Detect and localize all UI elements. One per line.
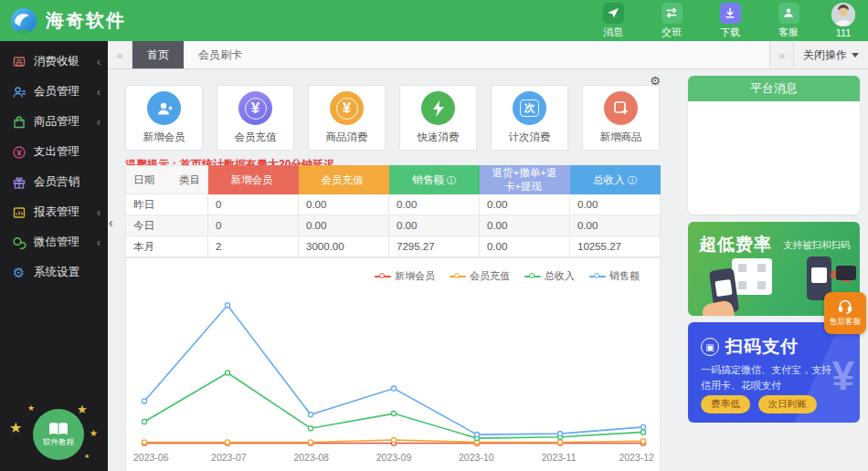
tabs-scroll-left[interactable]: «: [108, 41, 132, 68]
count-times-icon: 次: [513, 91, 546, 125]
chevron-left-icon: ‹: [97, 206, 101, 219]
quick-goods-consume-button[interactable]: ¥ 商品消费: [308, 85, 386, 151]
brand: 海奇软件: [9, 6, 126, 36]
quick-count-consume-button[interactable]: 次 计次消费: [491, 85, 568, 151]
table-row-today: 今日 0 0.00 0.00 0.00 0.00: [126, 215, 661, 236]
table-row-this-month: 本月 2 3000.00 7295.27 0.00 10255.27: [126, 236, 661, 257]
expense-icon: [11, 144, 26, 160]
user-account[interactable]: 111: [831, 3, 855, 38]
sidebar-item-members[interactable]: 会员管理 ‹: [0, 77, 108, 107]
table-cell: 0.00: [389, 215, 480, 236]
members-icon: [11, 84, 26, 99]
nav-shift-label: 交班: [662, 26, 682, 39]
x-axis-tick: 2023-11: [532, 452, 587, 463]
col-header-total-income: 总收入ⓘ: [570, 166, 661, 194]
app-window: 海奇软件 消息 交班: [0, 0, 868, 471]
legend-item[interactable]: 新增会员: [375, 269, 435, 283]
tab-bar: « 首页 会员刷卡 » 关闭操作: [108, 41, 868, 69]
table-cell: 0.00: [480, 215, 570, 236]
legend-label: 新增会员: [395, 269, 435, 283]
sidebar-item-expense[interactable]: 支出管理: [0, 137, 108, 167]
aftersale-support-button[interactable]: 售后客服: [824, 292, 866, 334]
row-period-cell: 今日: [126, 215, 208, 236]
tutorial-label: 软件教程: [43, 437, 74, 448]
info-icon[interactable]: ⓘ: [447, 175, 456, 185]
legend-marker-icon: [450, 273, 466, 280]
sidebar-item-label: 报表管理: [34, 204, 97, 220]
chart-x-axis: 2023-062023-072023-082023-092023-102023-…: [133, 452, 654, 463]
sidebar-item-wechat[interactable]: 微信管理 ‹: [0, 227, 108, 257]
x-axis-tick: 2023-06: [133, 452, 174, 463]
col-header-recharge: 会员充值: [299, 166, 389, 194]
sidebar-collapse-handle[interactable]: ‹: [109, 215, 113, 230]
row-period-cell: 本月: [126, 236, 208, 257]
x-axis-tick: 2023-09: [366, 452, 421, 463]
row-period-cell: 昨日: [126, 194, 208, 215]
legend-item[interactable]: 销售额: [589, 269, 640, 283]
chevron-left-icon: ‹: [97, 86, 101, 99]
chevron-left-icon: ‹: [97, 236, 101, 249]
table-cell: 3000.00: [299, 236, 389, 257]
table-cell: 0: [208, 194, 299, 215]
person-plus-icon: [147, 91, 181, 125]
star-decoration: ★: [90, 428, 98, 438]
legend-item[interactable]: 总收入: [524, 269, 575, 283]
low-rate-pill: 费率低: [701, 395, 750, 413]
right-panel: 平台消息 超低费率 支持被扫和扫码 ▣ 扫码支付 一码搞定微信、支付宝，支持信用…: [681, 69, 868, 471]
close-actions-dropdown[interactable]: 关闭操作: [794, 41, 868, 68]
trend-chart-card: 新增会员会员充值总收入销售额 2023-062023-072023-082023…: [125, 257, 661, 471]
quick-add-member-button[interactable]: 新增会员: [125, 85, 203, 151]
table-cell: 0.00: [480, 194, 570, 215]
tab-spacer: [257, 41, 769, 68]
legend-label: 销售额: [609, 269, 640, 283]
legend-marker-icon: [524, 273, 541, 280]
quick-action-label: 新增商品: [600, 131, 642, 144]
quick-action-label: 计次消费: [509, 131, 551, 144]
sidebar: 消费收银 ‹ 会员管理 ‹ 商品管理 ‹: [0, 41, 108, 471]
x-axis-tick: 2023-07: [201, 452, 256, 463]
line-chart[interactable]: [133, 289, 654, 449]
tab-home[interactable]: 首页: [132, 41, 184, 68]
rate-banner-subtitle: 支持被扫和扫码: [783, 239, 851, 252]
legend-item[interactable]: 会员充值: [450, 269, 510, 283]
legend-marker-icon: [375, 273, 391, 280]
table-row-yesterday: 昨日 0 0.00 0.00 0.00 0.00: [126, 194, 661, 215]
tabs-scroll-right[interactable]: »: [769, 41, 794, 68]
tab-member-swipe[interactable]: 会员刷卡: [184, 41, 257, 68]
quick-add-product-button[interactable]: 新增商品: [582, 85, 660, 151]
col-header-sales: 销售额ⓘ: [389, 166, 480, 194]
corner-category-label: 类目: [179, 173, 200, 187]
yen-watermark: ¥: [832, 353, 854, 399]
sidebar-item-settings[interactable]: ⚙ 系统设置: [0, 257, 108, 288]
sidebar-item-marketing[interactable]: 会员营销: [0, 167, 108, 197]
sidebar-item-label: 系统设置: [34, 265, 101, 280]
platform-messages-title: 平台消息: [688, 76, 860, 101]
scan-pay-banner[interactable]: ▣ 扫码支付 一码搞定微信、支付宝，支持信用卡、花呗支付 费率低 次日到账 ¥: [688, 322, 860, 423]
stats-table: 日期 类目 新增会员 会员充值 销售额ⓘ 退货+撤单+退卡+提现 总收入ⓘ 昨日…: [125, 165, 661, 257]
sidebar-item-goods[interactable]: 商品管理 ‹: [0, 107, 108, 137]
nav-support[interactable]: 客服: [773, 3, 804, 39]
chevron-left-icon: ‹: [97, 56, 101, 68]
table-cell: 0.00: [389, 194, 480, 215]
info-icon[interactable]: ⓘ: [628, 175, 637, 185]
table-cell: 2: [208, 236, 299, 257]
scanner-illustration: [836, 266, 856, 280]
nav-shift-change[interactable]: 交班: [656, 3, 687, 39]
nav-messages[interactable]: 消息: [598, 3, 629, 39]
sidebar-item-reports[interactable]: 报表管理 ‹: [0, 197, 108, 227]
top-header: 海奇软件 消息 交班: [0, 0, 868, 41]
table-cell: 7295.27: [389, 236, 480, 257]
quick-member-recharge-button[interactable]: ¥ 会员充值: [217, 85, 294, 151]
table-cell: 0.00: [480, 236, 570, 257]
download-icon: [720, 3, 741, 24]
table-cell: 0.00: [299, 194, 389, 215]
aftersale-label: 售后客服: [830, 317, 861, 328]
nav-download[interactable]: 下载: [715, 3, 746, 39]
quick-action-label: 商品消费: [326, 131, 368, 144]
sidebar-item-cashier[interactable]: 消费收银 ‹: [0, 47, 108, 77]
software-tutorial-button[interactable]: 软件教程: [33, 409, 84, 460]
user-name: 111: [836, 27, 852, 38]
avatar: [831, 3, 855, 26]
next-day-settle-pill: 次日到账: [758, 395, 817, 413]
quick-fast-consume-button[interactable]: 快速消费: [399, 85, 477, 151]
